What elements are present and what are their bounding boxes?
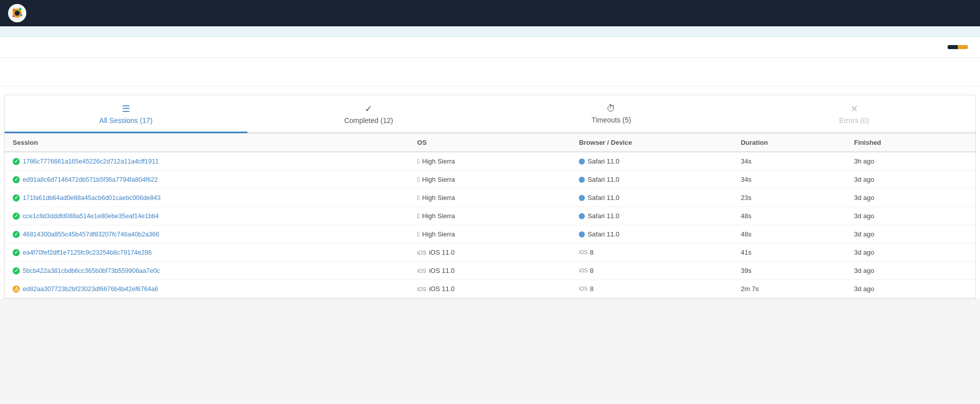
tab-completed[interactable]: ✓ Completed (12) [247,95,490,133]
table-row: ✓ cce1c8d3dddfd088a514e1e80ebe35eaf14e1b… [5,207,975,225]
status-indicator: ✓ [13,267,20,274]
os-name: High Sierra [422,194,455,201]
table-body: ✓ 1786c7776661a165e45226c2d712a11a4cff19… [5,152,975,298]
status-indicator: ✓ [13,231,20,238]
ios-icon: iOS [417,268,427,274]
status-indicator: ⚠ [13,286,20,293]
session-link[interactable]: ea4f70fef2dff1e7125fc9c23254b8c79174e286 [23,249,152,256]
os-cell:  High Sierra [417,230,579,238]
duration-cell: 34s [741,157,854,165]
status-indicator: ✓ [13,176,20,183]
badge-timeout [958,45,968,49]
ios-browser-icon: iOS [579,268,587,273]
finished-cell: 3d ago [854,194,967,201]
table-row: ✓ ea4f70fef2dff1e7125fc9c23254b8c79174e2… [5,244,975,262]
finished-cell: 3d ago [854,230,967,238]
apple-icon:  [417,176,420,183]
session-link[interactable]: 5bcb422a381cbdb6cc365b0bf73b559906aa7e0c [23,267,160,274]
duration-cell: 39s [741,267,854,274]
browser-cell: Safari 11.0 [579,212,741,220]
tab-errors[interactable]: ✕ Errors (0) [733,95,975,133]
browser-cell: Safari 11.0 [579,194,741,201]
tab-timeouts-icon: ⏱ [607,103,616,114]
duration-cell: 23s [741,194,854,201]
session-link[interactable]: 1786c7776661a165e45226c2d712a11a4cff1911 [23,158,159,165]
safari-icon [579,231,585,237]
finished-cell: 3d ago [854,249,967,256]
build-meta [0,58,980,87]
tab-all[interactable]: ☰ All Sessions (17) [5,95,247,133]
session-cell: ⚠ ed82aa307723b2bf23023df6676b4b42ef6764… [13,286,417,293]
session-cell: ✓ ed91a8c6d7146472db571b5f36a7794fa804f6… [13,176,417,183]
browser-cell: Safari 11.0 [579,157,741,165]
status-indicator: ✓ [13,194,20,201]
os-cell:  High Sierra [417,157,579,165]
apple-icon:  [417,212,420,220]
status-indicator: ✓ [13,213,20,220]
tab-all-label: All Sessions (17) [99,116,152,125]
table-row: ✓ 1786c7776661a165e45226c2d712a11a4cff19… [5,152,975,171]
duration-cell: 41s [741,249,854,256]
session-cell: ✓ 1786c7776661a165e45226c2d712a11a4cff19… [13,158,417,165]
browserstack-logo-icon [8,4,26,22]
finished-cell: 3d ago [854,267,967,274]
os-cell:  High Sierra [417,212,579,220]
browser-name: Safari 11.0 [587,176,619,183]
os-name: iOS 11.0 [429,249,455,256]
os-cell:  High Sierra [417,176,579,183]
browser-name: Safari 11.0 [587,230,619,238]
browser-name: Safari 11.0 [587,194,619,201]
os-cell: iOS iOS 11.0 [417,267,579,274]
safari-icon [579,213,585,219]
logo-area [8,4,30,22]
table-header: SessionOSBrowser / DeviceDurationFinishe… [5,134,975,152]
safari-icon [579,195,585,201]
session-cell: ✓ 5bcb422a381cbdb6cc365b0bf73b559906aa7e… [13,267,417,274]
os-cell: iOS iOS 11.0 [417,285,579,293]
table-row: ✓ 171fa61db64ad0e88a45acb6d01caebc006de8… [5,189,975,207]
session-link[interactable]: ed82aa307723b2bf23023df6676b4b42ef6764a6 [23,286,158,293]
os-cell:  High Sierra [417,194,579,201]
session-link[interactable]: 171fa61db64ad0e88a45acb6d01caebc006de843 [23,194,161,201]
duration-cell: 2m 7s [741,285,854,293]
finished-cell: 3d ago [854,212,967,220]
finished-cell: 3d ago [854,285,967,293]
top-navigation [0,0,980,26]
os-name: High Sierra [422,176,455,183]
browser-name: 8 [590,285,593,293]
tab-completed-label: Completed (12) [344,116,393,125]
tab-timeouts[interactable]: ⏱ Timeouts (5) [490,95,733,133]
sessions-table: SessionOSBrowser / DeviceDurationFinishe… [4,134,976,299]
apple-icon:  [417,230,420,238]
page-content: ☰ All Sessions (17) ✓ Completed (12) ⏱ T… [0,37,980,299]
browser-name: 8 [590,267,593,274]
tabs-row: ☰ All Sessions (17) ✓ Completed (12) ⏱ T… [5,95,975,133]
table-row: ✓ ed91a8c6d7146472db571b5f36a7794fa804f6… [5,171,975,189]
ios-icon: iOS [417,250,427,256]
tab-all-icon: ☰ [122,103,130,114]
header-duration: Duration [741,139,854,146]
os-name: High Sierra [422,230,455,238]
table-row: ✓ 46814300a855c45b457df83207fc746a40b2a3… [5,225,975,244]
browser-cell: Safari 11.0 [579,176,741,183]
session-link[interactable]: 46814300a855c45b457df83207fc746a40b2a366 [23,231,159,238]
browser-name: 8 [590,249,593,256]
svg-point-6 [20,14,22,16]
session-link[interactable]: cce1c8d3dddfd088a514e1e80ebe35eaf14e1bb4 [23,213,159,220]
tabs-container: ☰ All Sessions (17) ✓ Completed (12) ⏱ T… [4,95,976,134]
badge-area [948,45,968,49]
tab-timeouts-label: Timeouts (5) [591,116,631,124]
svg-point-4 [13,9,16,12]
duration-cell: 34s [741,176,854,183]
ios-browser-icon: iOS [579,286,587,292]
session-cell: ✓ cce1c8d3dddfd088a514e1e80ebe35eaf14e1b… [13,213,417,220]
svg-point-3 [15,11,20,16]
tab-errors-icon: ✕ [850,103,858,114]
ios-icon: iOS [417,286,427,292]
session-link[interactable]: ed91a8c6d7146472db571b5f36a7794fa804f622 [23,176,158,183]
os-name: High Sierra [422,212,455,220]
os-name: iOS 11.0 [429,285,455,293]
os-name: iOS 11.0 [429,267,455,274]
ios-browser-icon: iOS [579,250,587,255]
browser-cell: Safari 11.0 [579,230,741,238]
